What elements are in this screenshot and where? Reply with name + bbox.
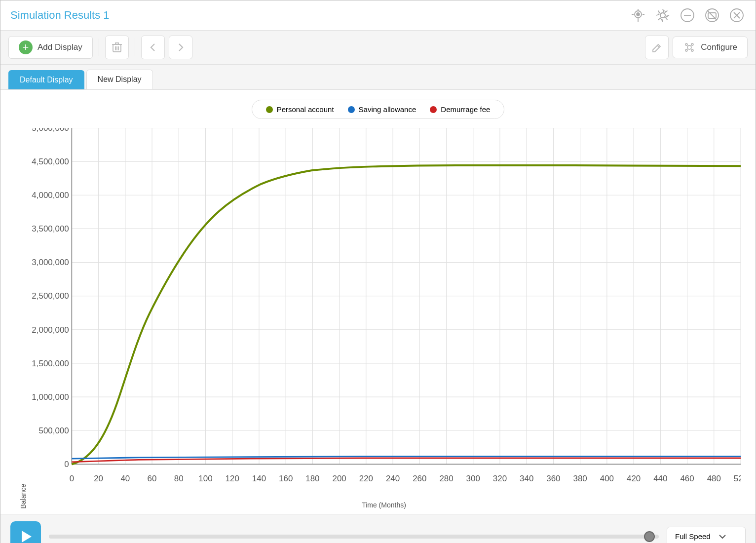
svg-point-20 <box>691 43 693 45</box>
legend-dot-demurrage <box>430 106 437 113</box>
svg-text:180: 180 <box>305 473 319 483</box>
svg-text:3,500,000: 3,500,000 <box>32 224 69 233</box>
forward-button[interactable] <box>169 36 192 59</box>
svg-text:1,000,000: 1,000,000 <box>32 392 69 402</box>
svg-text:4,000,000: 4,000,000 <box>32 191 69 200</box>
no-display-icon[interactable] <box>703 6 721 24</box>
svg-point-3 <box>660 13 665 18</box>
svg-text:4,500,000: 4,500,000 <box>32 157 69 166</box>
svg-point-18 <box>687 45 691 49</box>
legend-item-saving: Saving allowance <box>348 105 416 114</box>
x-axis-label: Time (Months) <box>27 498 741 509</box>
title-bar: Simulation Results 1 <box>0 0 756 31</box>
legend-item-demurrage: Demurrage fee <box>430 105 490 114</box>
play-icon <box>18 529 34 543</box>
svg-text:0: 0 <box>64 460 69 469</box>
svg-text:340: 340 <box>520 473 533 483</box>
svg-point-19 <box>685 43 687 45</box>
back-button[interactable] <box>141 36 165 59</box>
playback-slider[interactable] <box>49 535 659 539</box>
chart-svg-wrap: 5,000,000 4,500,000 4,000,000 3,500,000 … <box>27 128 741 498</box>
svg-text:140: 140 <box>252 473 266 483</box>
delete-button[interactable] <box>105 36 129 59</box>
svg-text:5,000,000: 5,000,000 <box>32 128 69 133</box>
title-icons <box>629 6 746 24</box>
svg-text:360: 360 <box>546 473 560 483</box>
close-icon[interactable] <box>728 6 746 24</box>
svg-point-21 <box>685 49 687 51</box>
svg-text:1,500,000: 1,500,000 <box>32 359 69 368</box>
svg-text:260: 260 <box>413 473 426 483</box>
svg-text:0: 0 <box>70 473 74 483</box>
add-circle-icon: + <box>19 40 33 54</box>
svg-text:240: 240 <box>386 473 400 483</box>
svg-text:280: 280 <box>439 473 453 483</box>
bottom-bar: Full Speed <box>0 514 756 543</box>
svg-text:2,000,000: 2,000,000 <box>32 325 69 335</box>
svg-text:40: 40 <box>120 473 130 483</box>
legend-dot-personal <box>266 106 273 113</box>
chevron-down-icon <box>718 533 726 541</box>
svg-text:460: 460 <box>680 473 694 483</box>
svg-text:300: 300 <box>466 473 480 483</box>
svg-text:220: 220 <box>359 473 373 483</box>
tab-default-display[interactable]: Default Display <box>8 70 84 89</box>
speed-label: Full Speed <box>675 532 711 541</box>
legend-item-personal: Personal account <box>266 105 334 114</box>
svg-text:100: 100 <box>198 473 212 483</box>
window-title: Simulation Results 1 <box>10 9 110 22</box>
tab-new-display[interactable]: New Display <box>86 70 153 89</box>
legend-dot-saving <box>348 106 355 113</box>
svg-text:480: 480 <box>707 473 721 483</box>
add-display-label: Add Display <box>38 42 82 52</box>
tabs-bar: Default Display New Display <box>0 65 756 90</box>
svg-marker-100 <box>22 531 32 543</box>
speed-selector[interactable]: Full Speed <box>667 527 746 543</box>
svg-text:60: 60 <box>148 473 157 483</box>
chart-svg: 5,000,000 4,500,000 4,000,000 3,500,000 … <box>27 128 741 498</box>
svg-line-8 <box>707 10 717 20</box>
svg-text:160: 160 <box>279 473 293 483</box>
gear-icon[interactable] <box>654 6 672 24</box>
play-button[interactable] <box>10 521 41 543</box>
legend-label-demurrage: Demurrage fee <box>441 105 490 114</box>
svg-text:2,500,000: 2,500,000 <box>32 291 69 301</box>
svg-text:400: 400 <box>600 473 614 483</box>
svg-text:20: 20 <box>94 473 103 483</box>
svg-point-22 <box>691 49 693 51</box>
edit-button[interactable] <box>645 36 669 59</box>
svg-text:500,000: 500,000 <box>38 426 69 435</box>
main-window: Simulation Results 1 <box>0 0 756 543</box>
svg-text:520: 520 <box>734 473 741 483</box>
configure-button[interactable]: Configure <box>673 37 748 58</box>
chart-area: Personal account Saving allowance Demurr… <box>0 90 756 514</box>
svg-text:420: 420 <box>627 473 641 483</box>
chart-legend: Personal account Saving allowance Demurr… <box>252 100 505 119</box>
toolbar: + Add Display <box>0 31 756 65</box>
minimize-icon[interactable] <box>679 6 696 24</box>
svg-text:120: 120 <box>226 473 239 483</box>
svg-text:320: 320 <box>493 473 507 483</box>
legend-label-saving: Saving allowance <box>359 105 416 114</box>
svg-text:440: 440 <box>653 473 667 483</box>
svg-text:380: 380 <box>573 473 587 483</box>
toolbar-separator-2 <box>135 39 135 56</box>
legend-label-personal: Personal account <box>277 105 334 114</box>
svg-text:200: 200 <box>332 473 346 483</box>
add-display-button[interactable]: + Add Display <box>8 36 93 59</box>
slider-thumb[interactable] <box>644 531 655 542</box>
chart-container: Balance <box>15 128 741 509</box>
svg-text:3,000,000: 3,000,000 <box>32 258 69 267</box>
location-icon[interactable] <box>629 6 647 24</box>
y-axis-label: Balance <box>15 128 27 509</box>
slider-track <box>49 535 659 539</box>
svg-text:80: 80 <box>174 473 184 483</box>
svg-point-1 <box>637 13 640 16</box>
configure-label: Configure <box>701 42 737 52</box>
toolbar-separator-1 <box>99 39 99 56</box>
chart-inner: 5,000,000 4,500,000 4,000,000 3,500,000 … <box>27 128 741 509</box>
